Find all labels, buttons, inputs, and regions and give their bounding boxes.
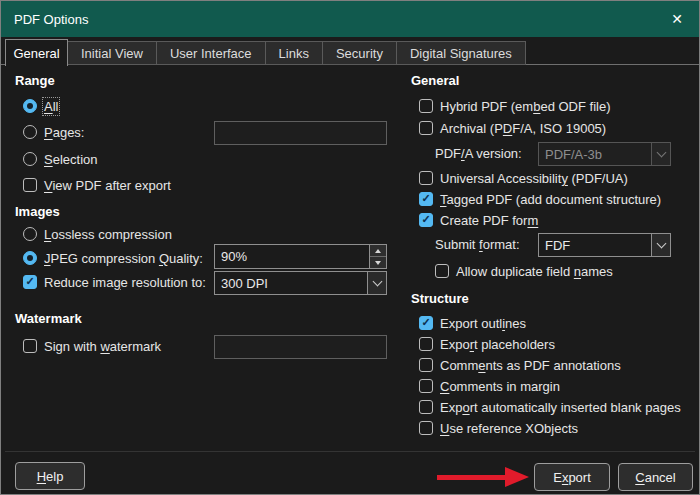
- checkbox-row-allow-duplicate-names[interactable]: Allow duplicate field names: [435, 261, 613, 281]
- radio-all[interactable]: [23, 99, 37, 113]
- radio-pages[interactable]: [23, 125, 37, 139]
- checkbox-row-hybrid-pdf[interactable]: Hybrid PDF (embed ODF file): [419, 96, 611, 116]
- radio-jpeg-compression-label: JPEG compression Quality:: [44, 251, 203, 266]
- chevron-down-icon: [372, 276, 382, 286]
- checkbox-row-create-pdf-form[interactable]: Create PDF form: [419, 210, 538, 230]
- radio-row-selection[interactable]: Selection: [23, 149, 97, 169]
- radio-lossless-compression-label: Lossless compression: [44, 227, 172, 242]
- checkbox-comments-annotations-label: Comments as PDF annotations: [440, 358, 621, 373]
- cancel-button[interactable]: Cancel: [618, 463, 693, 491]
- resolution-dropdown-button[interactable]: [367, 272, 386, 294]
- checkbox-view-pdf-after-export[interactable]: [23, 178, 37, 192]
- checkbox-blank-pages[interactable]: [419, 400, 433, 414]
- spinner-buttons: [369, 245, 386, 268]
- radio-row-lossless[interactable]: Lossless compression: [23, 224, 172, 244]
- section-header-watermark: Watermark: [15, 311, 82, 326]
- resolution-dropdown[interactable]: 300 DPI: [214, 271, 387, 295]
- checkbox-row-export-outlines[interactable]: Export outlines: [419, 313, 526, 333]
- tab-user-interface[interactable]: User Interface: [156, 41, 266, 65]
- checkbox-create-pdf-form[interactable]: [419, 213, 433, 227]
- checkbox-row-comments-annotations[interactable]: Comments as PDF annotations: [419, 355, 621, 375]
- chevron-down-icon: [656, 238, 666, 248]
- resolution-value: 300 DPI: [215, 272, 367, 294]
- checkbox-export-outlines[interactable]: [419, 316, 433, 330]
- checkbox-row-sign-watermark[interactable]: Sign with watermark: [23, 336, 161, 356]
- tab-initial-view[interactable]: Initial View: [67, 41, 157, 65]
- radio-lossless-compression[interactable]: [23, 227, 37, 241]
- checkbox-comments-annotations[interactable]: [419, 358, 433, 372]
- radio-row-pages[interactable]: Pages:: [23, 122, 84, 142]
- radio-selection[interactable]: [23, 152, 37, 166]
- watermark-input[interactable]: [214, 335, 387, 359]
- help-button[interactable]: Help: [15, 462, 85, 490]
- spin-up-button[interactable]: [370, 245, 386, 256]
- checkbox-row-view-pdf-after-export[interactable]: View PDF after export: [23, 175, 171, 195]
- section-header-general: General: [411, 73, 459, 88]
- radio-row-all[interactable]: All: [23, 96, 58, 116]
- radio-pages-label: Pages:: [44, 125, 84, 140]
- checkbox-xobjects-label: Use reference XObjects: [440, 421, 578, 436]
- checkbox-universal-accessibility-label: Universal Accessibility (PDF/UA): [440, 171, 628, 186]
- checkbox-hybrid-pdf-label: Hybrid PDF (embed ODF file): [440, 99, 611, 114]
- pdfa-version-dropdown-button: [651, 143, 670, 165]
- section-header-range: Range: [15, 73, 55, 88]
- tab-page-general: Range All Pages: Selection View PDF afte…: [1, 65, 699, 453]
- annotation-arrow-icon: [505, 467, 529, 487]
- tab-digital-signatures[interactable]: Digital Signatures: [396, 41, 526, 65]
- help-button-label: Help: [37, 469, 64, 484]
- checkbox-sign-watermark[interactable]: [23, 339, 37, 353]
- submit-format-dropdown[interactable]: FDF: [538, 233, 671, 257]
- spin-down-button[interactable]: [370, 256, 386, 268]
- checkbox-row-universal-accessibility[interactable]: Universal Accessibility (PDF/UA): [419, 168, 628, 188]
- submit-format-label-row: Submit format:: [435, 234, 520, 254]
- quality-spinner[interactable]: 90%: [214, 244, 387, 269]
- submit-format-dropdown-button[interactable]: [651, 234, 670, 256]
- cancel-button-label: Cancel: [635, 470, 675, 485]
- checkbox-comments-margin[interactable]: [419, 379, 433, 393]
- checkbox-hybrid-pdf[interactable]: [419, 99, 433, 113]
- submit-format-label: Submit format:: [435, 237, 520, 252]
- tab-links[interactable]: Links: [265, 41, 323, 65]
- checkbox-tagged-pdf[interactable]: [419, 192, 433, 206]
- checkbox-row-archival[interactable]: Archival (PDF/A, ISO 19005): [419, 118, 606, 138]
- tab-label: General: [13, 46, 59, 61]
- checkbox-row-reduce-resolution[interactable]: Reduce image resolution to:: [23, 272, 206, 292]
- tab-security[interactable]: Security: [322, 41, 397, 65]
- annotation-arrow-shaft: [437, 475, 507, 480]
- checkbox-sign-watermark-label: Sign with watermark: [44, 339, 161, 354]
- radio-jpeg-compression[interactable]: [23, 251, 37, 265]
- radio-row-jpeg-compression[interactable]: JPEG compression Quality:: [23, 248, 203, 268]
- checkbox-export-placeholders[interactable]: [419, 337, 433, 351]
- tab-strip: Initial View User Interface Links Securi…: [68, 41, 526, 65]
- checkbox-row-blank-pages[interactable]: Export automatically inserted blank page…: [419, 397, 681, 417]
- checkbox-row-xobjects[interactable]: Use reference XObjects: [419, 418, 578, 438]
- checkbox-tagged-pdf-label: Tagged PDF (add document structure): [440, 192, 661, 207]
- pdfa-version-label-row: PDF/A version:: [435, 143, 522, 163]
- checkbox-archival[interactable]: [419, 121, 433, 135]
- checkbox-allow-duplicate-names[interactable]: [435, 264, 449, 278]
- checkbox-row-comments-margin[interactable]: Comments in margin: [419, 376, 560, 396]
- pdfa-version-dropdown: PDF/A-3b: [538, 142, 671, 166]
- spin-up-icon: [375, 249, 381, 253]
- quality-value: 90%: [215, 245, 369, 268]
- pages-input[interactable]: [214, 121, 387, 145]
- radio-all-label: All: [44, 99, 58, 114]
- checkbox-reduce-resolution[interactable]: [23, 275, 37, 289]
- submit-format-value: FDF: [539, 234, 651, 256]
- checkbox-export-outlines-label: Export outlines: [440, 316, 526, 331]
- checkbox-row-tagged-pdf[interactable]: Tagged PDF (add document structure): [419, 189, 661, 209]
- checkbox-row-export-placeholders[interactable]: Export placeholders: [419, 334, 555, 354]
- checkbox-allow-duplicate-names-label: Allow duplicate field names: [456, 264, 613, 279]
- close-button[interactable]: ✕: [655, 1, 699, 37]
- checkbox-universal-accessibility[interactable]: [419, 171, 433, 185]
- checkbox-reduce-resolution-label: Reduce image resolution to:: [44, 275, 206, 290]
- chevron-down-icon: [656, 147, 666, 157]
- radio-selection-label: Selection: [44, 152, 97, 167]
- checkbox-xobjects[interactable]: [419, 421, 433, 435]
- export-button[interactable]: Export: [534, 463, 610, 491]
- checkbox-comments-margin-label: Comments in margin: [440, 379, 560, 394]
- checkbox-archival-label: Archival (PDF/A, ISO 19005): [440, 121, 606, 136]
- spin-down-icon: [375, 261, 381, 265]
- tab-general[interactable]: General: [5, 39, 68, 66]
- checkbox-view-pdf-after-export-label: View PDF after export: [44, 178, 171, 193]
